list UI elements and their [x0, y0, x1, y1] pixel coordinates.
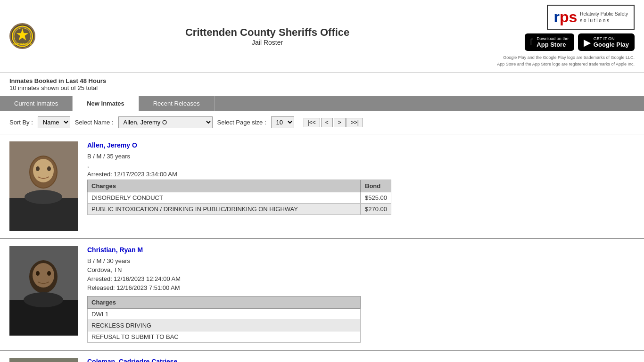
charges-table-2: Charges DWI 1 RECKLESS DRIVING REFUSAL T…	[87, 296, 361, 343]
app-buttons-container:  Download on the App Store ▶ GET IT ON …	[525, 33, 635, 51]
info-bar: Inmates Booked in Last 48 Hours 10 inmat…	[0, 73, 644, 96]
table-row: $270.00	[361, 204, 391, 215]
svg-rect-19	[9, 358, 78, 362]
svg-point-15	[36, 271, 40, 276]
pagination-next[interactable]: >	[334, 118, 346, 127]
header-right-block: rps Relativity Public Safety s o l u t i…	[497, 5, 635, 67]
name-label: Select Name :	[75, 119, 114, 126]
google-play-text: GET IT ON Google Play	[594, 36, 629, 48]
office-title: Crittenden County Sheriffs Office	[38, 26, 497, 39]
table-row: $525.00	[361, 192, 391, 204]
table-row: REFUSAL TO SUBMIT TO BAC	[88, 331, 361, 343]
table-row: Coleman, Cadriedre Catriese B / F / 30 y…	[0, 351, 644, 362]
rps-description: Relativity Public Safety s o l u t i o n…	[580, 11, 628, 24]
inmate-info-1: Allen, Jeremy O B / M / 35 years , Arres…	[87, 141, 635, 215]
inmate-arrested-2: Arrested: 12/16/2023 12:24:00 AM	[87, 275, 635, 282]
info-subline: 10 inmates shown out of 25 total	[9, 84, 635, 91]
inmate-name-3: Coleman, Cadriedre Catriese	[87, 358, 635, 362]
badge-container: CRITTENDEN CO	[9, 23, 38, 49]
page-header: CRITTENDEN CO Crittenden County Sheriffs…	[0, 0, 644, 73]
trademark-text: Google Play and the Google Play logo are…	[497, 55, 635, 67]
photo-placeholder-3	[9, 358, 78, 362]
inmate-name-2: Christian, Ryan M	[87, 246, 635, 254]
inmate-location-1: ,	[87, 162, 635, 169]
rps-logo: rps Relativity Public Safety s o l u t i…	[547, 5, 635, 30]
app-store-button[interactable]:  Download on the App Store	[525, 33, 574, 51]
inmate-info-2: Christian, Ryan M B / M / 30 years Cordo…	[87, 246, 635, 343]
app-store-text: Download on the App Store	[537, 36, 569, 48]
info-headline: Inmates Booked in Last 48 Hours	[9, 77, 635, 84]
inmate-demo-2: B / M / 30 years	[87, 257, 635, 264]
table-row: RECKLESS DRIVING	[88, 320, 361, 331]
rps-acronym: rps	[553, 8, 577, 26]
table-row: Christian, Ryan M B / M / 30 years Cordo…	[0, 239, 644, 351]
inmate-photo-2	[9, 246, 78, 336]
charges-table-1: Charges DISORDERLY CONDUCT PUBLIC INTOXI…	[87, 180, 361, 215]
table-row: PUBLIC INTOXICATION / DRINKING IN PUBLIC…	[88, 204, 361, 215]
name-select[interactable]: Allen, Jeremy O Christian, Ryan M Colema…	[118, 116, 213, 128]
google-play-icon: ▶	[584, 37, 591, 48]
google-play-button[interactable]: ▶ GET IT ON Google Play	[578, 33, 635, 51]
charges-bond-1: Charges DISORDERLY CONDUCT PUBLIC INTOXI…	[87, 180, 635, 215]
sort-label: Sort By :	[9, 119, 33, 126]
table-row: Allen, Jeremy O B / M / 35 years , Arres…	[0, 134, 644, 239]
pagination-prev[interactable]: <	[321, 118, 333, 127]
roster-subtitle: Jail Roster	[38, 39, 497, 46]
svg-point-11	[25, 190, 62, 204]
page-size-select[interactable]: 10 25 50	[271, 116, 294, 128]
svg-point-9	[47, 166, 51, 171]
pagination-first[interactable]: |<<	[304, 118, 320, 127]
inmate-released-2: Released: 12/16/2023 7:51:00 AM	[87, 284, 635, 291]
page-size-label: Select Page size :	[217, 119, 266, 126]
apple-icon: 	[530, 37, 534, 48]
svg-point-18	[24, 292, 63, 307]
pagination-buttons: |<< < > >>|	[304, 118, 363, 127]
inmate-location-2: Cordova, TN	[87, 266, 635, 273]
charges-header-1: Charges	[88, 180, 361, 192]
sheriff-badge: CRITTENDEN CO	[9, 23, 35, 49]
inmate-photo-1	[9, 141, 78, 231]
controls-bar: Sort By : Name Date Select Name : Allen,…	[0, 111, 644, 134]
charges-header-2: Charges	[88, 296, 361, 309]
tab-recent-releases[interactable]: Recent Releases	[139, 96, 215, 111]
bond-header-1: Bond	[361, 180, 391, 192]
pagination-last[interactable]: >>|	[347, 118, 363, 127]
photo-placeholder-2	[9, 246, 78, 336]
svg-point-8	[36, 166, 40, 171]
sort-select[interactable]: Name Date	[38, 116, 70, 128]
inmate-info-3: Coleman, Cadriedre Catriese B / F / 30 y…	[87, 358, 635, 362]
svg-point-16	[47, 271, 51, 276]
photo-placeholder-1	[9, 141, 78, 231]
table-row: DISORDERLY CONDUCT	[88, 192, 361, 204]
header-title-block: Crittenden County Sheriffs Office Jail R…	[38, 26, 497, 46]
inmate-arrested-1: Arrested: 12/17/2023 3:34:00 AM	[87, 171, 635, 178]
inmate-list: Allen, Jeremy O B / M / 35 years , Arres…	[0, 134, 644, 362]
bond-table-1: Bond $525.00 $270.00	[361, 180, 391, 215]
inmate-name-1: Allen, Jeremy O	[87, 141, 635, 149]
inmate-demo-1: B / M / 35 years	[87, 153, 635, 160]
nav-tabs: Current Inmates New Inmates Recent Relea…	[0, 96, 644, 111]
tab-current-inmates[interactable]: Current Inmates	[0, 96, 73, 111]
tab-new-inmates[interactable]: New Inmates	[73, 96, 139, 111]
svg-text:CRITTENDEN CO: CRITTENDEN CO	[13, 43, 32, 45]
inmate-photo-3	[9, 358, 78, 362]
table-row: DWI 1	[88, 309, 361, 320]
charges-bond-2: Charges DWI 1 RECKLESS DRIVING REFUSAL T…	[87, 296, 635, 343]
